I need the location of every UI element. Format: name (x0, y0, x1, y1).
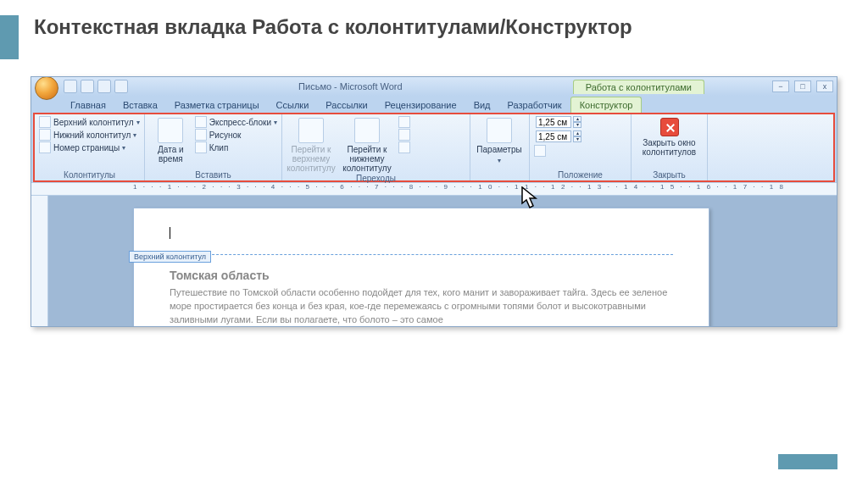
header-icon (39, 116, 51, 128)
quickparts-button[interactable]: Экспресс-блоки▾ (195, 116, 277, 128)
tab-insert[interactable]: Вставка (114, 97, 166, 113)
slide-title: Контекстная вкладка Работа с колонтитула… (34, 15, 632, 39)
close-icon (660, 118, 679, 136)
pagenumber-button[interactable]: Номер страницы▾ (39, 141, 140, 153)
footer-from-bottom: ▴▾ (534, 130, 581, 142)
group-position: ▴▾ ▴▾ Положение (530, 114, 632, 180)
page[interactable]: Верхний колонтитул Томская область Путеш… (133, 208, 709, 327)
insert-tab-button[interactable] (534, 145, 581, 157)
datetime-button[interactable]: Дата и время (149, 116, 192, 164)
tab-mailings[interactable]: Рассылки (317, 97, 376, 113)
header-region-tag: Верхний колонтитул (129, 251, 211, 263)
qat-more-icon[interactable] (114, 80, 128, 93)
footer-label: Нижний колонтитул (53, 130, 131, 140)
page-wrap: Верхний колонтитул Томская область Путеш… (48, 196, 837, 327)
quick-access-toolbar (64, 80, 128, 93)
ribbon-tabs: Главная Вставка Разметка страницы Ссылки… (31, 96, 837, 113)
close-headerfooter-button[interactable]: Закрыть окно колонтитулов (636, 116, 703, 157)
group-label-insert: Вставить (149, 169, 277, 180)
group-label-close: Закрыть (636, 169, 703, 180)
slide-title-bar: Контекстная вкладка Работа с колонтитула… (0, 0, 868, 76)
picture-button[interactable]: Рисунок (195, 129, 277, 141)
header-boundary (170, 254, 673, 255)
group-label-options (475, 179, 525, 180)
tab-developer[interactable]: Разработчик (499, 97, 570, 113)
options-button[interactable]: Параметры ▾ (475, 116, 524, 165)
qat-undo-icon[interactable] (81, 80, 94, 93)
prev-icon (398, 116, 410, 128)
doc-heading: Томская область (170, 269, 673, 282)
footer-bottom-input[interactable] (536, 130, 571, 142)
ribbon-highlight: Верхний колонтитул▾ Нижний колонтитул▾ Н… (33, 113, 835, 182)
footer-icon (39, 129, 51, 141)
minimize-button[interactable]: − (772, 80, 789, 92)
group-label-kolont: Колонтитулы (39, 169, 140, 180)
options-label: Параметры (476, 145, 521, 154)
maximize-button[interactable]: □ (794, 80, 811, 92)
next-icon (398, 129, 410, 141)
tab-references[interactable]: Ссылки (268, 97, 318, 113)
goto-footer-icon (354, 118, 380, 143)
group-headers-footers: Верхний колонтитул▾ Нижний колонтитул▾ Н… (35, 114, 145, 180)
header-top-input[interactable] (536, 116, 571, 128)
link-icon (398, 141, 410, 153)
pagenum-label: Номер страницы (53, 143, 120, 152)
spin-down-icon[interactable]: ▾ (573, 136, 581, 142)
goto-footer-button[interactable]: Перейти к нижнему колонтитулу (338, 116, 396, 173)
tab-review[interactable]: Рецензирование (376, 97, 465, 113)
group-close: Закрыть окно колонтитулов Закрыть (632, 114, 708, 180)
group-insert: Дата и время Экспресс-блоки▾ Рисунок Кли… (145, 114, 282, 180)
group-navigation: Перейти к верхнему колонтитулу Перейти к… (282, 114, 470, 180)
document-area: Верхний колонтитул Томская область Путеш… (31, 196, 837, 327)
group-label-position: Положение (534, 169, 626, 180)
clipart-label: Клип (209, 143, 229, 152)
spin-down-icon[interactable]: ▾ (573, 122, 581, 128)
word-window: Письмо - Microsoft Word Работа с колонти… (31, 76, 837, 327)
doc-body: Путешествие по Томской области особенно … (170, 286, 673, 326)
goto-footer-label: Перейти к нижнему колонтитулу (338, 145, 396, 173)
options-icon (487, 118, 512, 143)
spin-up-icon[interactable]: ▴ (573, 116, 581, 122)
ribbon: Верхний колонтитул▾ Нижний колонтитул▾ Н… (35, 114, 833, 180)
tab-pagelayout[interactable]: Разметка страницы (166, 97, 268, 113)
pagenum-icon (39, 141, 51, 153)
datetime-label: Дата и время (149, 145, 192, 164)
titlebar: Письмо - Microsoft Word Работа с колонти… (31, 77, 837, 96)
text-caret (170, 227, 170, 239)
tab-align-icon (534, 145, 546, 157)
footer-button[interactable]: Нижний колонтитул▾ (39, 129, 140, 141)
header-button[interactable]: Верхний колонтитул▾ (39, 116, 140, 128)
close-hf-label: Закрыть окно колонтитулов (636, 138, 703, 157)
office-button[interactable] (35, 76, 58, 100)
header-label: Верхний колонтитул (53, 118, 134, 127)
group-options: Параметры ▾ (470, 114, 530, 180)
calendar-icon (158, 118, 183, 143)
close-button[interactable]: x (816, 80, 833, 92)
accent-block (0, 15, 19, 59)
header-from-top: ▴▾ (534, 116, 581, 128)
window-title: Письмо - Microsoft Word (128, 81, 573, 92)
qat-redo-icon[interactable] (97, 80, 111, 93)
context-tab-title: Работа с колонтитулами (573, 80, 704, 94)
window-controls: − □ x (772, 80, 833, 92)
picture-label: Рисунок (209, 130, 242, 140)
horizontal-ruler[interactable]: 1···1···2···3···4···5···6···7···8···9···… (31, 182, 837, 196)
goto-header-icon (298, 118, 324, 143)
picture-icon (195, 129, 207, 141)
tab-view[interactable]: Вид (465, 97, 499, 113)
blocks-icon (195, 116, 207, 128)
goto-header-button[interactable]: Перейти к верхнему колонтитулу (287, 116, 336, 173)
tab-home[interactable]: Главная (62, 97, 114, 113)
footer-accent (778, 454, 837, 469)
quickparts-label: Экспресс-блоки (209, 118, 271, 127)
prev-section-button[interactable] (398, 116, 410, 128)
spin-up-icon[interactable]: ▴ (573, 130, 581, 136)
link-prev-button[interactable] (398, 141, 410, 153)
goto-header-label: Перейти к верхнему колонтитулу (287, 145, 336, 173)
next-section-button[interactable] (398, 129, 410, 141)
qat-save-icon[interactable] (64, 80, 77, 93)
tab-design-active[interactable]: Конструктор (570, 97, 643, 113)
clipart-button[interactable]: Клип (195, 141, 277, 153)
clip-icon (195, 141, 207, 153)
vertical-ruler[interactable] (31, 196, 48, 327)
